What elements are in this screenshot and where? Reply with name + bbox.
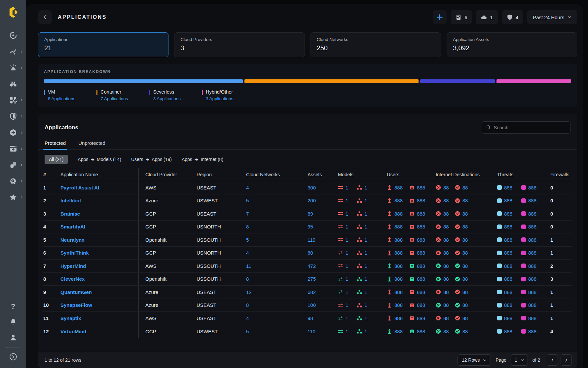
metric-count-link[interactable]: 88 [462, 329, 468, 334]
application-name-link[interactable]: SmartifyAI [60, 224, 85, 229]
sidebar-item-trend[interactable] [0, 43, 26, 60]
cloud-networks-link[interactable]: 4 [246, 185, 249, 190]
previous-page-button[interactable] [547, 354, 558, 366]
cloud-networks-link[interactable]: 12 [246, 289, 252, 295]
application-name-link[interactable]: QuantumGen [60, 289, 92, 295]
account-button[interactable] [0, 330, 26, 345]
threat-count-link[interactable]: 888 [528, 289, 536, 295]
card-applications[interactable]: Applications 21 [38, 32, 168, 57]
page-select[interactable]: 1 [511, 354, 528, 366]
metric-count-link[interactable]: 1 [346, 185, 348, 190]
assets-link[interactable]: 95 [308, 224, 313, 229]
help-button[interactable]: ? [0, 299, 26, 314]
search-box[interactable] [482, 121, 570, 134]
breakdown-segment-hybrid-other[interactable] [496, 79, 571, 83]
metric-count-link[interactable]: 888 [394, 224, 403, 229]
metric-count-link[interactable]: 888 [394, 276, 403, 282]
threat-count-link[interactable]: 888 [528, 185, 536, 190]
notifications-button[interactable] [0, 314, 26, 330]
breakdown-segment-severless[interactable] [420, 79, 495, 83]
threat-count-link[interactable]: 888 [504, 263, 512, 269]
metric-count-link[interactable]: 1 [346, 276, 348, 282]
metric-count-link[interactable]: 888 [417, 198, 425, 203]
application-name-link[interactable]: VirtuoMind [60, 329, 86, 334]
threat-count-link[interactable]: 888 [504, 237, 512, 243]
metric-count-link[interactable]: 88 [443, 250, 449, 256]
threat-count-link[interactable]: 888 [504, 211, 512, 217]
assets-link[interactable]: 682 [308, 289, 316, 295]
metric-count-link[interactable]: 88 [462, 211, 468, 217]
application-name-link[interactable]: HyperMind [60, 263, 86, 269]
assets-link[interactable]: 110 [308, 329, 315, 334]
metric-count-link[interactable]: 1 [364, 276, 367, 282]
cloudguard-logo[interactable] [7, 6, 19, 19]
metric-count-link[interactable]: 1 [364, 302, 367, 308]
filter-pill-apps-models-14-[interactable]: Apps➔Models (14) [78, 155, 121, 164]
tasks-counter-button[interactable]: 6 [451, 10, 472, 24]
metric-count-link[interactable]: 888 [417, 315, 425, 321]
next-page-button[interactable] [561, 354, 572, 366]
metric-count-link[interactable]: 1 [364, 329, 367, 334]
application-name-link[interactable]: Synaptix [60, 315, 81, 321]
threat-count-link[interactable]: 888 [528, 276, 536, 282]
application-name-link[interactable]: CleverNex [60, 276, 85, 282]
card-cloud-networks[interactable]: Cloud Networks 250 [311, 32, 441, 57]
assets-link[interactable]: 110 [308, 237, 315, 243]
rows-per-page-select[interactable]: 12 Rows [458, 354, 491, 366]
tab-protected[interactable]: Protected [45, 140, 66, 149]
sidebar-item-shapes[interactable] [0, 92, 26, 108]
metric-count-link[interactable]: 88 [462, 237, 468, 243]
metric-count-link[interactable]: 88 [462, 198, 468, 203]
metric-count-link[interactable]: 88 [462, 302, 468, 308]
cloud-networks-link[interactable]: 8 [246, 224, 249, 229]
back-button[interactable] [38, 10, 52, 24]
threat-count-link[interactable]: 888 [504, 289, 512, 295]
sidebar-item-hexagon-plus[interactable] [0, 124, 26, 141]
metric-count-link[interactable]: 1 [346, 198, 348, 203]
sidebar-item-shield-side[interactable] [0, 108, 26, 124]
metric-count-link[interactable]: 88 [443, 211, 449, 217]
application-name-link[interactable]: Brainiac [60, 211, 80, 217]
assets-link[interactable]: 89 [308, 211, 313, 217]
assets-link[interactable]: 100 [308, 302, 316, 308]
search-input[interactable] [494, 125, 566, 130]
metric-count-link[interactable]: 888 [417, 302, 425, 308]
breakdown-segment-container[interactable] [244, 79, 419, 83]
time-range-select[interactable]: Past 24 Hours [527, 10, 577, 24]
metric-count-link[interactable]: 888 [394, 211, 403, 217]
sidebar-item-binoculars[interactable] [0, 76, 26, 92]
metric-count-link[interactable]: 1 [364, 289, 367, 295]
card-application-assets[interactable]: Application Assets 3,092 [447, 32, 577, 57]
expand-sidebar-button[interactable] [0, 350, 26, 363]
metric-count-link[interactable]: 88 [443, 276, 449, 282]
metric-count-link[interactable]: 888 [394, 329, 403, 334]
breakdown-segment-vm[interactable] [44, 79, 243, 83]
cloud-networks-link[interactable]: 5 [246, 237, 249, 243]
assets-link[interactable]: 80 [308, 250, 313, 256]
tab-unprotected[interactable]: Unprotected [78, 140, 105, 149]
cloud-networks-link[interactable]: 4 [246, 315, 249, 321]
threat-count-link[interactable]: 888 [504, 276, 512, 282]
sidebar-item-siren[interactable] [0, 60, 26, 76]
metric-count-link[interactable]: 888 [394, 198, 403, 203]
assets-link[interactable]: 98 [308, 315, 313, 321]
metric-count-link[interactable]: 1 [364, 237, 367, 243]
metric-count-link[interactable]: 888 [394, 289, 403, 295]
threat-count-link[interactable]: 888 [504, 185, 512, 190]
threat-count-link[interactable]: 888 [504, 224, 512, 229]
metric-count-link[interactable]: 888 [417, 250, 425, 256]
cloud-networks-link[interactable]: 4 [246, 250, 249, 256]
metric-count-link[interactable]: 88 [462, 224, 468, 229]
application-name-link[interactable]: Neuralynx [60, 237, 85, 243]
legend-count-link[interactable]: 3 Applications [206, 96, 233, 101]
metric-count-link[interactable]: 1 [364, 224, 367, 229]
threat-count-link[interactable]: 888 [504, 250, 512, 256]
metric-count-link[interactable]: 88 [462, 185, 468, 190]
metric-count-link[interactable]: 1 [364, 185, 367, 190]
threat-count-link[interactable]: 888 [528, 250, 536, 256]
sidebar-item-star[interactable] [0, 189, 26, 205]
metric-count-link[interactable]: 888 [394, 302, 403, 308]
application-name-link[interactable]: SynapseFlow [60, 302, 92, 308]
legend-count-link[interactable]: 8 Applications [48, 96, 75, 101]
metric-count-link[interactable]: 888 [394, 263, 403, 269]
